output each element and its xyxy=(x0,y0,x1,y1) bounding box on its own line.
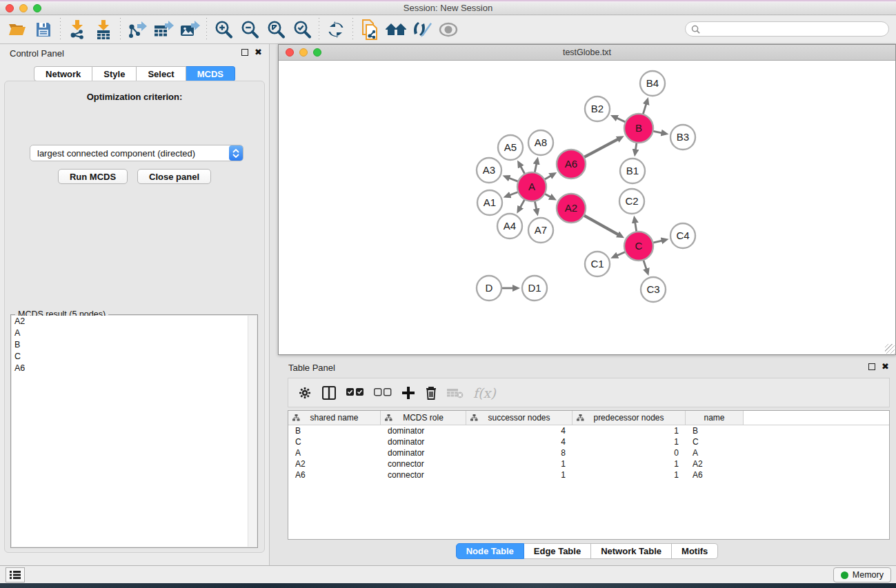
close-panel-icon[interactable]: ✖ xyxy=(255,48,262,57)
table-row[interactable]: A6connector11A6 xyxy=(288,469,889,480)
settings-gear-icon[interactable] xyxy=(298,386,312,400)
close-panel-icon[interactable]: ✖ xyxy=(882,362,889,371)
table-cell[interactable]: 4 xyxy=(466,437,573,447)
run-mcds-button[interactable]: Run MCDS xyxy=(58,169,128,184)
table-row[interactable]: Cdominator41C xyxy=(288,436,889,447)
graph-node-A8[interactable]: A8 xyxy=(528,130,553,155)
task-history-button[interactable] xyxy=(6,567,25,582)
network-canvas[interactable]: B4B2BB3A5A8A6A3B1AA1C2A2A4A7C4CC1DD1C3 xyxy=(279,61,895,354)
deselect-all-icon[interactable] xyxy=(374,388,392,397)
float-panel-icon[interactable] xyxy=(868,363,875,370)
houses-icon[interactable] xyxy=(383,18,409,41)
table-cell[interactable]: 1 xyxy=(466,459,573,469)
graph-node-D[interactable]: D xyxy=(477,276,501,301)
criterion-dropdown[interactable]: largest connected component (directed) xyxy=(30,145,243,161)
graph-node-A2[interactable]: A2 xyxy=(557,194,586,223)
graph-node-B1[interactable]: B1 xyxy=(620,159,645,183)
network-window-titlebar[interactable]: testGlobe.txt xyxy=(279,45,895,61)
select-all-icon[interactable] xyxy=(346,388,364,397)
search-input[interactable] xyxy=(700,24,883,34)
table-cell[interactable]: 8 xyxy=(466,448,573,458)
graph-node-A7[interactable]: A7 xyxy=(528,218,553,243)
node-table[interactable]: shared name MCDS role successor nodes pr… xyxy=(288,410,890,540)
import-network-icon[interactable] xyxy=(64,18,90,41)
table-cell[interactable]: A xyxy=(686,448,744,458)
graph-node-A1[interactable]: A1 xyxy=(477,190,502,215)
zoom-out-icon[interactable] xyxy=(237,18,263,41)
table-row[interactable]: A2connector11A2 xyxy=(288,458,889,469)
close-window-button[interactable] xyxy=(6,4,14,12)
tab-node-table[interactable]: Node Table xyxy=(456,543,524,559)
table-cell[interactable]: connector xyxy=(381,470,466,480)
table-cell[interactable]: C xyxy=(686,437,744,447)
minimize-window-button[interactable] xyxy=(19,4,28,12)
table-row[interactable]: Adominator80A xyxy=(288,447,889,458)
import-table-icon[interactable] xyxy=(90,18,117,41)
graph-node-A4[interactable]: A4 xyxy=(497,214,522,239)
table-row[interactable]: Bdominator41B xyxy=(288,425,889,436)
show-all-icon[interactable] xyxy=(435,18,461,41)
list-item[interactable]: C xyxy=(12,351,257,363)
list-scrollbar[interactable] xyxy=(248,316,257,547)
graph-node-B4[interactable]: B4 xyxy=(640,71,665,96)
apply-layout-icon[interactable] xyxy=(323,18,349,41)
graph-node-A6[interactable]: A6 xyxy=(557,150,586,179)
column-header-mcds-role[interactable]: MCDS role xyxy=(381,411,466,425)
table-cell[interactable]: dominator xyxy=(381,437,466,447)
column-header-successor-nodes[interactable]: successor nodes xyxy=(466,411,573,425)
network-close-button[interactable] xyxy=(286,48,294,57)
hide-selected-icon[interactable] xyxy=(409,18,435,41)
list-item[interactable]: A6 xyxy=(12,363,257,374)
column-header-shared-name[interactable]: shared name xyxy=(288,411,381,425)
table-cell[interactable]: C xyxy=(288,437,381,447)
column-layout-icon[interactable] xyxy=(321,385,337,401)
table-cell[interactable]: A2 xyxy=(686,459,744,469)
table-cell[interactable]: 1 xyxy=(573,437,686,447)
graph-node-B[interactable]: B xyxy=(624,114,653,143)
tab-edge-table[interactable]: Edge Table xyxy=(524,543,591,559)
table-cell[interactable]: dominator xyxy=(381,426,466,436)
export-network-icon[interactable] xyxy=(124,18,150,41)
graph-node-B2[interactable]: B2 xyxy=(585,97,610,121)
close-panel-button[interactable]: Close panel xyxy=(137,169,211,184)
new-network-from-selection-icon[interactable] xyxy=(357,18,383,41)
graph-node-C2[interactable]: C2 xyxy=(619,189,644,214)
table-cell[interactable]: 1 xyxy=(573,470,686,480)
tab-style[interactable]: Style xyxy=(92,66,137,81)
graph-node-D1[interactable]: D1 xyxy=(522,276,547,301)
table-cell[interactable]: 1 xyxy=(573,426,686,436)
network-minimize-button[interactable] xyxy=(299,48,308,57)
tab-select[interactable]: Select xyxy=(137,66,186,81)
list-item[interactable]: B xyxy=(12,339,257,351)
delete-icon[interactable] xyxy=(425,385,437,400)
table-cell[interactable]: 1 xyxy=(466,470,573,480)
window-resize-grip[interactable] xyxy=(885,344,895,354)
zoom-window-button[interactable] xyxy=(33,4,41,12)
tab-motifs[interactable]: Motifs xyxy=(672,543,718,559)
graph-node-A3[interactable]: A3 xyxy=(477,158,501,183)
list-item[interactable]: A2 xyxy=(12,316,257,327)
mcds-result-list[interactable]: A2ABCA6 xyxy=(12,316,257,547)
zoom-in-icon[interactable] xyxy=(210,18,237,41)
graph-edge-A2-C[interactable] xyxy=(583,214,619,234)
graph-node-C3[interactable]: C3 xyxy=(641,277,666,302)
table-cell[interactable]: A2 xyxy=(288,459,381,469)
graph-node-A[interactable]: A xyxy=(517,172,546,201)
column-header-name[interactable]: name xyxy=(686,411,744,425)
table-cell[interactable]: dominator xyxy=(381,448,466,458)
memory-button[interactable]: Memory xyxy=(833,567,891,582)
open-session-icon[interactable] xyxy=(4,18,30,41)
table-cell[interactable]: connector xyxy=(381,459,466,469)
table-cell[interactable]: A xyxy=(288,448,381,458)
add-column-icon[interactable] xyxy=(401,386,415,400)
tab-mcds[interactable]: MCDS xyxy=(186,66,235,81)
graph-node-C[interactable]: C xyxy=(624,232,653,261)
export-image-icon[interactable] xyxy=(177,18,203,41)
network-zoom-button[interactable] xyxy=(313,48,321,57)
float-panel-icon[interactable] xyxy=(241,49,248,56)
graph-node-C4[interactable]: C4 xyxy=(670,223,695,248)
graph-node-C1[interactable]: C1 xyxy=(585,252,610,276)
table-cell[interactable]: B xyxy=(288,426,381,436)
search-field[interactable] xyxy=(685,21,889,37)
zoom-selected-icon[interactable] xyxy=(289,18,315,41)
